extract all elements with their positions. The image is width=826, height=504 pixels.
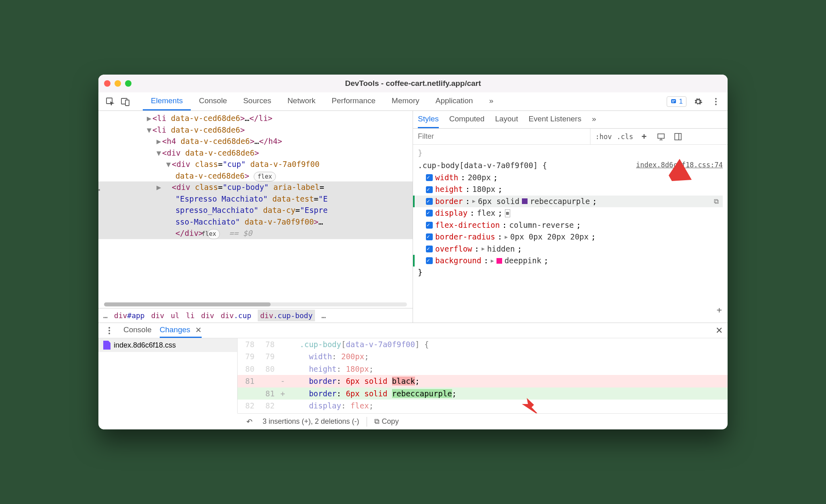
toggle-checkbox[interactable] (426, 246, 433, 252)
issues-button[interactable]: 1 (667, 96, 686, 107)
crumb-app[interactable]: div#app (114, 311, 145, 320)
tab-memory[interactable]: Memory (384, 92, 428, 110)
tab-elements[interactable]: Elements (143, 92, 191, 110)
tab-network[interactable]: Network (280, 92, 324, 110)
cls-toggle[interactable]: .cls (617, 133, 633, 141)
changes-file-item[interactable]: index.8d6c6f18.css (98, 338, 237, 352)
color-swatch-icon[interactable] (496, 258, 502, 264)
devtools-window: DevTools - coffee-cart.netlify.app/cart … (98, 75, 728, 429)
close-window-button[interactable] (104, 80, 111, 87)
drawer-kebab-icon[interactable] (103, 325, 115, 337)
close-drawer-icon[interactable]: ✕ (715, 325, 723, 336)
copy-button[interactable]: ⧉Copy (374, 417, 399, 426)
rule-selector[interactable]: .cup-body[data-v-7a0f9f00] { (418, 160, 547, 171)
drawer-tabs: Console Changes✕ ✕ (98, 323, 728, 338)
toggle-checkbox[interactable] (426, 222, 433, 229)
crumb-more-right[interactable]: … (321, 311, 326, 320)
tab-overflow[interactable]: » (481, 92, 502, 110)
toolbar-right: 1 (667, 96, 722, 108)
toggle-checkbox[interactable] (426, 257, 433, 264)
new-style-rule-icon[interactable]: + (638, 131, 650, 143)
drawer-tab-console[interactable]: Console (123, 323, 152, 338)
main-split: ▶<li data-v-ced68de6>…</li> ▼<li data-v-… (98, 111, 728, 323)
subtab-computed[interactable]: Computed (449, 111, 485, 128)
window-controls (104, 80, 131, 87)
svg-rect-3 (671, 99, 676, 103)
changes-file-list: index.8d6c6f18.css (98, 338, 238, 413)
subtab-layout[interactable]: Layout (495, 111, 518, 128)
subtab-styles[interactable]: Styles (418, 111, 439, 128)
drawer-tab-changes[interactable]: Changes✕ (160, 323, 202, 338)
drawer-body: index.8d6c6f18.css 7878.cup-body[data-v-… (98, 338, 728, 413)
flex-editor-icon[interactable]: ⊞ (505, 209, 510, 218)
dom-horizontal-scrollbar[interactable] (104, 302, 407, 306)
toggle-checkbox[interactable] (426, 210, 433, 217)
main-toolbar: Elements Console Sources Network Perform… (98, 92, 728, 111)
subtab-event-listeners[interactable]: Event Listeners (528, 111, 581, 128)
tab-performance[interactable]: Performance (323, 92, 384, 110)
add-declaration-icon[interactable]: + (717, 303, 722, 317)
crumb-cup-body[interactable]: div.cup-body (258, 310, 315, 321)
panel-tabs: Elements Console Sources Network Perform… (143, 92, 663, 110)
minimize-window-button[interactable] (115, 80, 121, 87)
rendering-icon[interactable] (655, 131, 667, 143)
issues-icon (670, 98, 677, 105)
revert-icon[interactable]: ↶ (243, 416, 255, 428)
breadcrumb: … div#app div ul li div div.cup div.cup-… (98, 308, 413, 323)
maximize-window-button[interactable] (125, 80, 131, 87)
gear-icon[interactable] (692, 96, 704, 108)
crumb-ul[interactable]: ul (171, 311, 179, 320)
annotation-arrow-icon (518, 394, 542, 413)
changes-summary: 3 insertions (+), 2 deletions (-) (263, 417, 359, 426)
toggle-checkbox[interactable] (426, 233, 433, 240)
crumb-div[interactable]: div (151, 311, 165, 320)
window-title: DevTools - coffee-cart.netlify.app/cart (345, 79, 481, 88)
subtab-overflow[interactable]: » (592, 111, 596, 128)
issues-count: 1 (679, 98, 683, 106)
inspect-icon[interactable] (104, 96, 116, 108)
drawer-panel: Console Changes✕ ✕ index.8d6c6f18.css 78… (98, 323, 728, 429)
css-file-icon (103, 341, 111, 350)
styles-panel: Styles Computed Layout Event Listeners »… (413, 111, 728, 323)
copy-icon: ⧉ (374, 417, 380, 426)
kebab-menu-icon[interactable] (710, 96, 722, 108)
rule-close: } (418, 267, 723, 278)
elements-panel: ▶<li data-v-ced68de6>…</li> ▼<li data-v-… (98, 111, 413, 323)
changes-file-name: index.8d6c6f18.css (114, 341, 176, 350)
toggle-checkbox[interactable] (426, 198, 433, 205)
hov-toggle[interactable]: :hov (595, 133, 612, 141)
diff-view[interactable]: 7878.cup-body[data-v-7a0f9f00] { 7979 wi… (238, 338, 728, 413)
toggle-checkbox[interactable] (426, 186, 433, 193)
styles-filter-input[interactable] (413, 129, 590, 144)
device-toggle-icon[interactable] (119, 96, 131, 108)
computed-toggle-icon[interactable] (672, 131, 684, 143)
svg-rect-7 (675, 133, 681, 140)
styles-filter-bar: :hov .cls + (413, 129, 728, 145)
crumb-li[interactable]: li (186, 311, 195, 320)
tab-application[interactable]: Application (428, 92, 481, 110)
toggle-checkbox[interactable] (426, 174, 433, 181)
svg-rect-4 (672, 100, 675, 101)
copy-icon[interactable]: ⧉ (714, 196, 719, 206)
crumb-more-left[interactable]: … (103, 311, 108, 320)
svg-rect-6 (658, 134, 664, 138)
tab-console[interactable]: Console (191, 92, 235, 110)
divider (367, 417, 367, 427)
changes-toolbar: ↶ 3 insertions (+), 2 deletions (-) ⧉Cop… (238, 413, 728, 429)
svg-rect-5 (672, 102, 674, 102)
styles-subtabs: Styles Computed Layout Event Listeners » (413, 111, 728, 129)
color-swatch-icon[interactable] (522, 198, 528, 204)
crumb-div2[interactable]: div (201, 311, 215, 320)
titlebar: DevTools - coffee-cart.netlify.app/cart (98, 75, 728, 92)
dom-tree[interactable]: ▶<li data-v-ced68de6>…</li> ▼<li data-v-… (98, 111, 413, 302)
crumb-cup[interactable]: div.cup (221, 311, 251, 320)
close-tab-icon[interactable]: ✕ (195, 325, 202, 335)
svg-rect-2 (125, 100, 129, 106)
tab-sources[interactable]: Sources (235, 92, 280, 110)
